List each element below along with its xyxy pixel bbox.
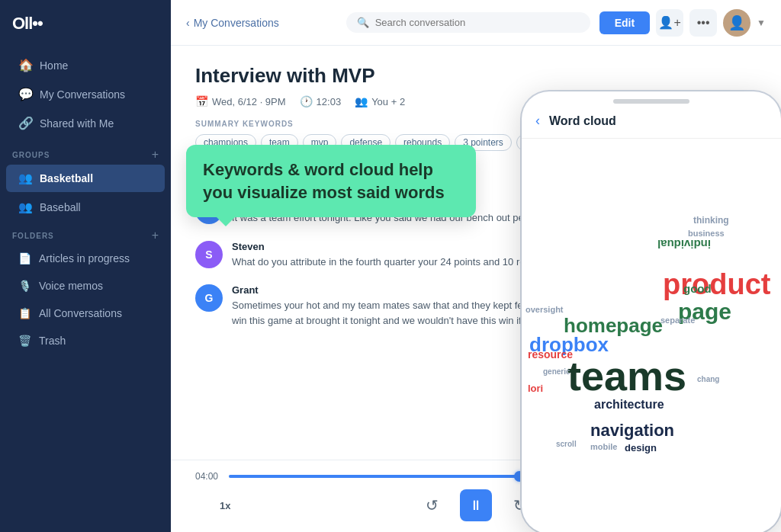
search-input[interactable] bbox=[375, 17, 580, 28]
word-cloud-word: individual bbox=[657, 238, 711, 251]
avatar-image: 👤 bbox=[728, 14, 745, 31]
tooltip-overlay: Keywords & word cloud help you visualize… bbox=[186, 145, 476, 217]
basketball-icon: 👥 bbox=[18, 171, 32, 185]
msg-avatar: G bbox=[195, 284, 223, 312]
progress-fill bbox=[229, 475, 519, 478]
all-conversations-label: All Conversations bbox=[39, 307, 122, 319]
sidebar-item-articles[interactable]: 📄 Articles in progress bbox=[6, 245, 165, 271]
more-icon: ••• bbox=[697, 16, 710, 30]
chevron-left-icon: ‹ bbox=[186, 17, 190, 29]
word-cloud-word: architecture bbox=[594, 398, 664, 412]
baseball-icon: 👥 bbox=[18, 200, 32, 214]
pause-icon: ⏸ bbox=[469, 498, 483, 514]
word-cloud-word: separate bbox=[660, 316, 695, 325]
word-cloud-area: teamsproducthomepagenavigationdropboxpag… bbox=[522, 139, 781, 505]
user-avatar[interactable]: 👤 bbox=[723, 9, 750, 37]
word-cloud-word: thinking bbox=[693, 215, 729, 226]
back-label: My Conversations bbox=[194, 17, 279, 29]
meta-duration: 🕐 12:03 bbox=[300, 95, 342, 107]
sidebar-item-home[interactable]: 🏠 Home bbox=[6, 51, 165, 79]
rewind-button[interactable]: ↺ bbox=[426, 496, 439, 514]
trash-label: Trash bbox=[39, 335, 66, 347]
msg-avatar: S bbox=[195, 241, 223, 268]
edit-button[interactable]: Edit bbox=[599, 11, 650, 34]
search-icon: 🔍 bbox=[357, 17, 369, 28]
sidebar-item-shared-label: Shared with Me bbox=[40, 117, 114, 130]
basketball-label: Basketball bbox=[40, 172, 93, 184]
word-cloud-word: scroll bbox=[556, 440, 577, 448]
sidebar-nav: 🏠 Home 💬 My Conversations 🔗 Shared with … bbox=[0, 47, 171, 141]
sidebar-item-my-conversations-label: My Conversations bbox=[40, 88, 125, 101]
top-bar: ‹ My Conversations 🔍 Edit 👤+ ••• 👤 ▼ bbox=[171, 0, 781, 46]
more-options-button[interactable]: ••• bbox=[689, 9, 717, 37]
date-label: Wed, 6/12 · 9PM bbox=[212, 96, 286, 107]
phone-title: Word cloud bbox=[549, 114, 616, 128]
groups-section-label: GROUPS + bbox=[0, 141, 171, 164]
conversations-icon: 💬 bbox=[18, 87, 32, 101]
folders-section-label: FOLDERS + bbox=[0, 222, 171, 245]
sidebar-item-basketball[interactable]: 👥 Basketball bbox=[6, 165, 165, 192]
tooltip-arrow bbox=[217, 217, 235, 226]
word-cloud-word: resource bbox=[528, 348, 573, 361]
word-cloud-word: mobile bbox=[590, 442, 617, 451]
voice-memos-label: Voice memos bbox=[39, 280, 103, 292]
articles-label: Articles in progress bbox=[39, 252, 130, 264]
clock-icon: 🕐 bbox=[300, 95, 313, 107]
word-cloud-word: business bbox=[688, 229, 725, 238]
top-bar-actions: Edit 👤+ ••• 👤 ▼ bbox=[599, 9, 766, 37]
sidebar-item-home-label: Home bbox=[40, 59, 68, 72]
word-cloud-word: chang bbox=[697, 375, 719, 383]
sidebar-item-my-conversations[interactable]: 💬 My Conversations bbox=[6, 80, 165, 108]
baseball-label: Baseball bbox=[40, 201, 81, 213]
meta-date: 📅 Wed, 6/12 · 9PM bbox=[195, 95, 286, 107]
conversation-title: Interview with MVP bbox=[195, 64, 757, 88]
calendar-icon: 📅 bbox=[195, 95, 208, 107]
app-logo: Oll•• bbox=[12, 14, 43, 34]
sidebar: Oll•• 🏠 Home 💬 My Conversations 🔗 Shared… bbox=[0, 0, 171, 532]
sidebar-item-all-conversations[interactable]: 📋 All Conversations bbox=[6, 300, 165, 326]
all-conversations-icon: 📋 bbox=[18, 307, 31, 319]
add-group-button[interactable]: + bbox=[152, 149, 159, 161]
phone-back-button[interactable]: ‹ bbox=[535, 113, 540, 129]
home-icon: 🏠 bbox=[18, 58, 32, 72]
participants-label: You + 2 bbox=[371, 96, 405, 107]
word-cloud-word: teams bbox=[567, 352, 686, 399]
tooltip-text: Keywords & word cloud help you visualize… bbox=[203, 159, 459, 204]
pause-button[interactable]: ⏸ bbox=[460, 489, 492, 521]
word-cloud-word: generic bbox=[543, 367, 570, 376]
speed-label[interactable]: 1x bbox=[220, 500, 230, 511]
word-cloud-word: product bbox=[663, 268, 770, 301]
add-participant-button[interactable]: 👤+ bbox=[656, 9, 683, 37]
word-cloud-word: oversight bbox=[525, 305, 564, 314]
add-folder-button[interactable]: + bbox=[152, 229, 159, 242]
sidebar-item-trash[interactable]: 🗑️ Trash bbox=[6, 328, 165, 354]
main-area: ‹ My Conversations 🔍 Edit 👤+ ••• 👤 ▼ Int… bbox=[171, 0, 781, 532]
word-cloud-word: good bbox=[683, 282, 712, 295]
phone-overlay: ‹ Word cloud teamsproducthomepagenavigat… bbox=[522, 91, 781, 532]
voice-memos-icon: 🎙️ bbox=[18, 280, 31, 292]
word-cloud-word: lori bbox=[528, 383, 543, 394]
sidebar-item-baseball[interactable]: 👥 Baseball bbox=[6, 194, 165, 221]
duration-label: 12:03 bbox=[317, 96, 342, 107]
meta-participants: 👥 You + 2 bbox=[355, 95, 405, 107]
sidebar-item-shared-with-me[interactable]: 🔗 Shared with Me bbox=[6, 109, 165, 137]
rewind-icon: ↺ bbox=[426, 496, 439, 514]
trash-icon: 🗑️ bbox=[18, 335, 31, 347]
shared-icon: 🔗 bbox=[18, 116, 32, 130]
phone-header: ‹ Word cloud bbox=[522, 104, 781, 139]
logo-area: Oll•• bbox=[0, 0, 171, 47]
articles-icon: 📄 bbox=[18, 252, 31, 264]
back-nav[interactable]: ‹ My Conversations bbox=[186, 17, 279, 29]
current-time: 04:00 bbox=[195, 471, 218, 482]
chevron-down-icon: ▼ bbox=[757, 18, 766, 28]
people-icon: 👥 bbox=[355, 95, 368, 107]
search-bar[interactable]: 🔍 bbox=[346, 12, 590, 33]
add-person-icon: 👤+ bbox=[658, 15, 680, 30]
word-cloud-word: navigation bbox=[590, 421, 674, 441]
word-cloud-word: design bbox=[625, 442, 657, 453]
sidebar-item-voice-memos[interactable]: 🎙️ Voice memos bbox=[6, 273, 165, 299]
